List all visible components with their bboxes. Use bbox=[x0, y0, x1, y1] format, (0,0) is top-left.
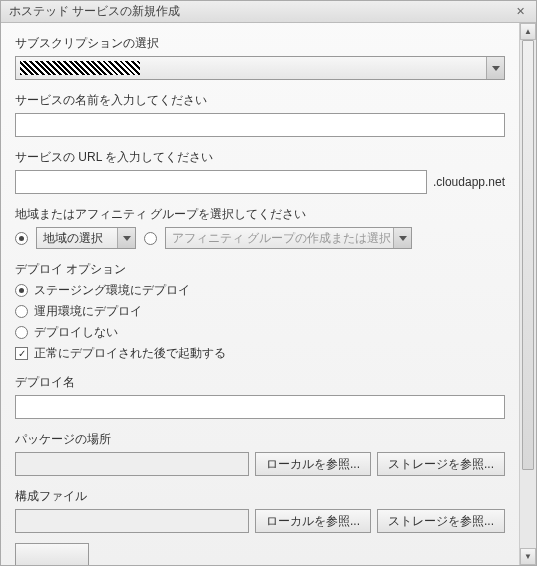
package-path-input[interactable] bbox=[15, 452, 249, 476]
deploy-option-none: デプロイしない bbox=[15, 324, 505, 341]
region-combo-label: 地域の選択 bbox=[43, 230, 103, 247]
radio-deploy-none[interactable] bbox=[15, 326, 28, 339]
start-after-deploy-row: 正常にデプロイされた後で起動する bbox=[15, 345, 505, 362]
checkbox-start-after-deploy[interactable] bbox=[15, 347, 28, 360]
titlebar: ホステッド サービスの新規作成 ✕ bbox=[1, 1, 536, 23]
deploy-option-staging-label: ステージング環境にデプロイ bbox=[34, 282, 190, 299]
chevron-down-icon bbox=[492, 66, 500, 71]
package-row: ローカルを参照... ストレージを参照... bbox=[15, 452, 505, 476]
deploy-option-production-label: 運用環境にデプロイ bbox=[34, 303, 142, 320]
config-row: ローカルを参照... ストレージを参照... bbox=[15, 509, 505, 533]
content-area: サブスクリプションの選択 サービスの名前を入力してください サービスの URL … bbox=[1, 23, 519, 565]
affinity-combo-button[interactable] bbox=[393, 228, 411, 248]
deploy-options-label: デプロイ オプション bbox=[15, 261, 505, 278]
service-url-input[interactable] bbox=[15, 170, 427, 194]
close-icon[interactable]: ✕ bbox=[512, 4, 528, 20]
subscription-value bbox=[20, 61, 140, 75]
region-combo[interactable]: 地域の選択 bbox=[36, 227, 136, 249]
radio-choose-region[interactable] bbox=[15, 232, 28, 245]
deploy-option-staging: ステージング環境にデプロイ bbox=[15, 282, 505, 299]
config-file-label: 構成ファイル bbox=[15, 488, 505, 505]
vertical-scrollbar[interactable]: ▲ ▼ bbox=[519, 23, 536, 565]
partial-button[interactable] bbox=[15, 543, 89, 565]
dialog-title: ホステッド サービスの新規作成 bbox=[9, 3, 180, 20]
service-url-label: サービスの URL を入力してください bbox=[15, 149, 505, 166]
deploy-name-label: デプロイ名 bbox=[15, 374, 505, 391]
deploy-name-input[interactable] bbox=[15, 395, 505, 419]
subscription-combo[interactable] bbox=[15, 56, 505, 80]
chevron-down-icon bbox=[399, 236, 407, 241]
region-combo-button[interactable] bbox=[117, 228, 135, 248]
start-after-deploy-label: 正常にデプロイされた後で起動する bbox=[34, 345, 226, 362]
scroll-down-button[interactable]: ▼ bbox=[520, 548, 536, 565]
radio-affinity-group[interactable] bbox=[144, 232, 157, 245]
affinity-combo[interactable]: アフィニティ グループの作成または選択 bbox=[165, 227, 412, 249]
deploy-option-none-label: デプロイしない bbox=[34, 324, 118, 341]
service-url-suffix: .cloudapp.net bbox=[433, 175, 505, 189]
package-location-label: パッケージの場所 bbox=[15, 431, 505, 448]
config-path-input[interactable] bbox=[15, 509, 249, 533]
dialog-body: サブスクリプションの選択 サービスの名前を入力してください サービスの URL … bbox=[1, 23, 536, 565]
subscription-label: サブスクリプションの選択 bbox=[15, 35, 505, 52]
deploy-option-production: 運用環境にデプロイ bbox=[15, 303, 505, 320]
radio-deploy-staging[interactable] bbox=[15, 284, 28, 297]
radio-deploy-production[interactable] bbox=[15, 305, 28, 318]
affinity-combo-label: アフィニティ グループの作成または選択 bbox=[172, 230, 391, 247]
dialog: ホステッド サービスの新規作成 ✕ サブスクリプションの選択 サービスの名前を入… bbox=[0, 0, 537, 566]
region-row: 地域の選択 アフィニティ グループの作成または選択 bbox=[15, 227, 505, 249]
package-browse-local-button[interactable]: ローカルを参照... bbox=[255, 452, 371, 476]
subscription-dropdown-button[interactable] bbox=[486, 57, 504, 79]
service-name-label: サービスの名前を入力してください bbox=[15, 92, 505, 109]
region-label: 地域またはアフィニティ グループを選択してください bbox=[15, 206, 505, 223]
config-browse-storage-button[interactable]: ストレージを参照... bbox=[377, 509, 505, 533]
config-browse-local-button[interactable]: ローカルを参照... bbox=[255, 509, 371, 533]
service-name-input[interactable] bbox=[15, 113, 505, 137]
chevron-down-icon bbox=[123, 236, 131, 241]
service-url-row: .cloudapp.net bbox=[15, 170, 505, 194]
package-browse-storage-button[interactable]: ストレージを参照... bbox=[377, 452, 505, 476]
scroll-thumb[interactable] bbox=[522, 40, 534, 470]
scroll-up-button[interactable]: ▲ bbox=[520, 23, 536, 40]
